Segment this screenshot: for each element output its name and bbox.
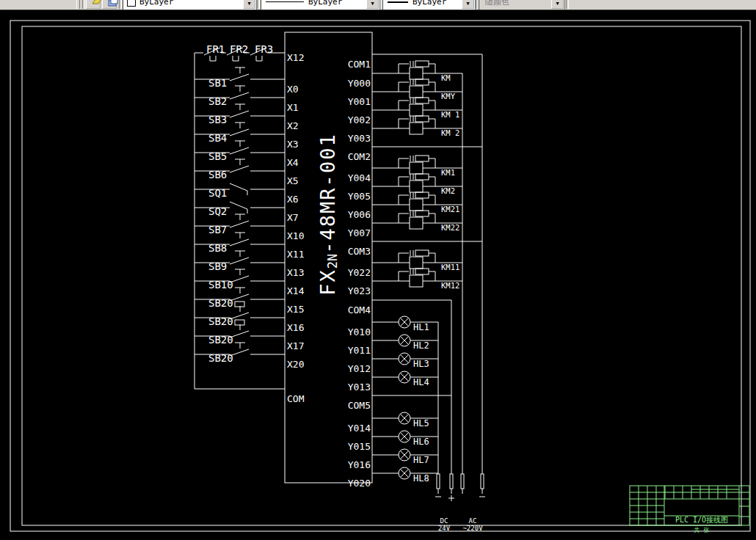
- chevron-down-icon: ▼: [551, 0, 564, 9]
- linetype-sample: [266, 1, 304, 2]
- plotstyle-control-dropdown: 随颜色 ▼: [479, 0, 565, 10]
- toolbar-separator: [119, 0, 122, 9]
- chevron-down-icon[interactable]: ▼: [462, 0, 474, 9]
- toolbar-separator: [566, 0, 569, 9]
- schematic-lines: [0, 10, 756, 540]
- chevron-down-icon[interactable]: ▼: [243, 0, 255, 9]
- lineweight-sample: [388, 1, 408, 3]
- linetype-control-value: ByLayer: [308, 0, 342, 7]
- linetype-control-dropdown[interactable]: ByLayer ▼: [261, 0, 380, 10]
- toolbar-grip[interactable]: [76, 0, 80, 9]
- color-control-dropdown[interactable]: ByLayer ▼: [123, 0, 257, 10]
- color-control-value: ByLayer: [139, 0, 173, 7]
- cad-app-window: ByLayer ▼ ByLayer ▼ ByLayer ▼ 随颜色 ▼ FX2N…: [0, 0, 756, 540]
- lineweight-control-value: ByLayer: [412, 0, 446, 7]
- chevron-down-icon[interactable]: ▼: [366, 0, 379, 9]
- toolbar-separator: [257, 0, 260, 9]
- drawing-canvas[interactable]: FX2N-48MR-001 COM DC 24V AC ~220V PLC I/…: [0, 10, 756, 540]
- make-object-layer-current-icon[interactable]: [86, 0, 101, 9]
- properties-toolbar: ByLayer ▼ ByLayer ▼ ByLayer ▼ 随颜色 ▼: [0, 0, 756, 10]
- current-color-swatch: [127, 0, 136, 7]
- lineweight-control-dropdown[interactable]: ByLayer ▼: [382, 0, 476, 10]
- layer-properties-icon[interactable]: [102, 0, 117, 9]
- toolbar-separator: [82, 0, 85, 9]
- plotstyle-control-value: 随颜色: [485, 0, 509, 7]
